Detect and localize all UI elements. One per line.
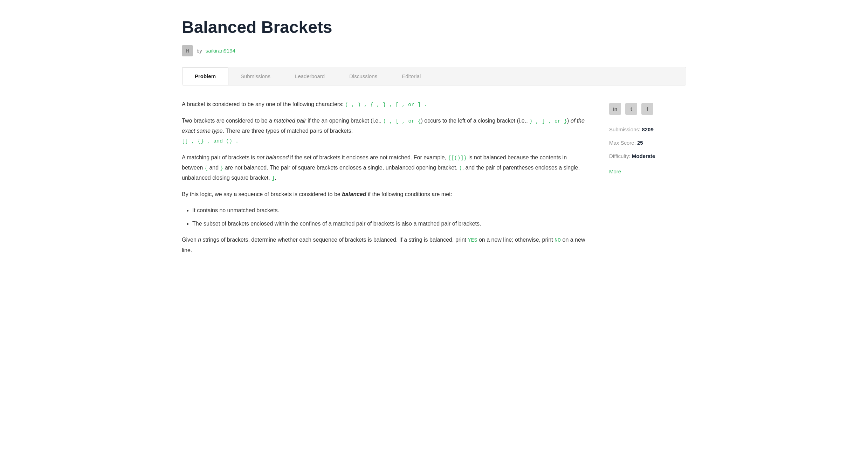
submissions-label: Submissions: [609,126,640,132]
para5-mid2: on a new line; otherwise, print [479,237,553,243]
page-title: Balanced Brackets [182,14,686,41]
tab-submissions[interactable]: Submissions [228,67,283,85]
difficulty-stat: Difficulty: Moderate [609,152,686,160]
para3-close2: ] [271,175,275,181]
para2-types: [] , {} , and () . [182,138,239,144]
max-score-label: Max Score: [609,140,636,146]
para2-close: ) , ] , or } [529,118,567,124]
tab-discussions[interactable]: Discussions [337,67,390,85]
para3-italic: not balanced [256,154,289,160]
linkedin-icon[interactable]: in [609,103,621,115]
tab-leaderboard[interactable]: Leaderboard [283,67,337,85]
max-score-value: 25 [637,140,643,146]
para3-open2: ( [459,165,462,171]
main-content: A bracket is considered to be any one of… [182,99,588,262]
para-2: Two brackets are considered to be a matc… [182,116,588,146]
content-area: A bracket is considered to be any one of… [182,99,686,262]
para5-yes: YES [468,237,477,243]
author-avatar: H [182,45,193,56]
para1-text: A bracket is considered to be any one of… [182,101,344,107]
para2-open: ( , [ , or { [383,118,421,124]
header-section: Balanced Brackets H by saikiran9194 [182,14,686,56]
social-icons: in t f [609,103,686,115]
author-link[interactable]: saikiran9194 [206,47,235,55]
difficulty-label: Difficulty: [609,153,631,159]
para-1: A bracket is considered to be any one of… [182,99,588,110]
condition-2: The subset of brackets enclosed within t… [192,219,588,229]
para3-open: { [205,165,208,171]
para5-mid: strings of brackets, determine whether e… [203,237,466,243]
para5-n: n [198,237,201,243]
author-label: by [197,47,202,55]
para5-no: NO [554,237,561,243]
para-5: Given n strings of brackets, determine w… [182,235,588,255]
para2-italic: matched pair [274,118,306,124]
sidebar: in t f Submissions: 8209 Max Score: 25 D… [609,99,686,262]
max-score-stat: Max Score: 25 [609,139,686,147]
para4-italic: balanced [342,191,366,197]
submissions-value: 8209 [642,126,653,132]
tab-editorial[interactable]: Editorial [390,67,433,85]
conditions-list: It contains no unmatched brackets. The s… [192,206,588,229]
para1-chars: ( , ) , { , } , [ , or ] . [345,102,427,108]
tabs-wrapper: Problem Submissions Leaderboard Discussi… [182,67,686,85]
para-4: By this logic, we say a sequence of brac… [182,189,588,199]
para3-example: {[()]} [448,155,467,161]
para3-close: } [220,165,223,171]
facebook-icon[interactable]: f [641,103,653,115]
difficulty-value: Moderate [632,153,655,159]
para-3: A matching pair of brackets is not balan… [182,153,588,184]
tab-problem[interactable]: Problem [182,67,228,85]
submissions-stat: Submissions: 8209 [609,125,686,134]
twitter-icon[interactable]: t [625,103,637,115]
author-row: H by saikiran9194 [182,45,686,56]
condition-1: It contains no unmatched brackets. [192,206,588,215]
more-link[interactable]: More [609,167,686,176]
tabs-bar: Problem Submissions Leaderboard Discussi… [182,67,686,85]
